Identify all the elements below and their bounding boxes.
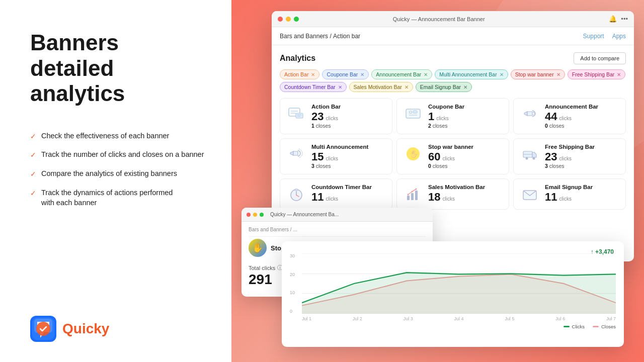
stop-war-avatar: ✋ — [249, 239, 267, 257]
apps-link[interactable]: Apps — [612, 33, 626, 40]
card-multi-announcement: Multi Announcement 15 clicks 3 closes — [280, 138, 392, 174]
card-icon — [286, 104, 306, 124]
legend-clicks: Clicks — [564, 324, 585, 329]
list-item: ✓ Track the number of clicks and closes … — [30, 149, 206, 160]
traffic-light-green[interactable] — [260, 213, 264, 217]
tag-close-icon[interactable]: ✕ — [338, 84, 342, 90]
tag-close-icon[interactable]: ✕ — [311, 72, 315, 77]
chart-grid: 30 20 10 0 — [290, 253, 616, 314]
svg-rect-14 — [413, 111, 417, 113]
svg-rect-15 — [527, 112, 532, 116]
svg-rect-29 — [415, 191, 418, 200]
card-data: Email Signup Bar 11 clicks — [545, 184, 619, 203]
card-icon — [403, 104, 423, 124]
svg-rect-27 — [407, 196, 410, 200]
check-icon: ✓ — [30, 150, 36, 160]
traffic-light-yellow[interactable] — [253, 213, 257, 217]
card-data: Stop war banner 60 clicks 0 closes — [428, 144, 503, 169]
svg-rect-11 — [406, 109, 420, 118]
left-panel: Banners detailed analytics ✓ Check the e… — [0, 0, 231, 362]
card-icon — [520, 104, 540, 124]
card-icon — [520, 184, 540, 204]
tag-action-bar[interactable]: Action Bar✕ — [280, 69, 319, 79]
card-data: Sales Motivation Bar 18 clicks — [428, 184, 503, 203]
tag-close-icon[interactable]: ✕ — [500, 72, 504, 77]
tag-countdown-timer[interactable]: Countdown Timer Bar✕ — [280, 82, 347, 92]
tag-free-shipping[interactable]: Free Shipping Bar✕ — [568, 69, 626, 79]
app-toolbar: Bars and Banners / Action bar Support Ap… — [272, 27, 634, 45]
small-window-titlebar: Quicky — Announcement Ba... — [242, 208, 433, 222]
card-icon — [286, 144, 306, 164]
tag-close-icon[interactable]: ✕ — [556, 72, 560, 77]
left-content: Banners detailed analytics ✓ Check the e… — [30, 30, 206, 208]
card-data: Action Bar 23 clicks 1 closes — [311, 104, 386, 129]
bell-icon: 🔔 — [609, 15, 617, 23]
chart-y-labels: 30 20 10 0 — [290, 253, 298, 314]
toolbar-links: Support Apps — [583, 33, 626, 40]
svg-point-31 — [412, 191, 413, 193]
tag-close-icon[interactable]: ✕ — [463, 84, 467, 90]
tag-close-icon[interactable]: ✕ — [360, 72, 364, 77]
card-icon — [286, 184, 306, 204]
legend-closes: Closes — [593, 324, 616, 329]
tag-close-icon[interactable]: ✕ — [424, 72, 428, 77]
check-icon: ✓ — [30, 169, 36, 179]
svg-point-4 — [36, 322, 50, 336]
more-icon[interactable]: ••• — [621, 15, 628, 23]
filter-tags: Action Bar✕ Coupone Bar✕ Announcement Ba… — [280, 69, 626, 92]
card-email-signup: Email Signup Bar 11 clicks — [513, 178, 626, 210]
card-data: Announcement Bar 44 clicks 0 closes — [545, 104, 619, 129]
analytics-title: Analytics — [280, 54, 315, 63]
add-compare-button[interactable]: Add to compare — [574, 52, 626, 64]
chart-window: ↑ +3,470 30 20 10 0 — [282, 241, 624, 347]
small-breadcrumb: Bars and Banners / ... — [249, 227, 426, 232]
analytics-header: Analytics Add to compare — [280, 52, 626, 64]
window-actions: 🔔 ••• — [609, 15, 628, 23]
logo-area: Quicky — [30, 316, 206, 342]
card-icon — [403, 184, 423, 204]
list-item: ✓ Check the effectiveness of each banner — [30, 131, 206, 142]
card-announcement-bar: Announcement Bar 44 clicks 0 closes — [513, 98, 626, 134]
card-data: Multi Announcement 15 clicks 3 closes — [311, 144, 386, 169]
tag-close-icon[interactable]: ✕ — [405, 84, 409, 90]
page-title: Banners detailed analytics — [30, 30, 206, 107]
check-icon: ✓ — [30, 132, 36, 142]
svg-rect-8 — [296, 113, 303, 118]
right-panel: Quicky — Announcement Bar Banner 🔔 ••• B… — [231, 0, 644, 362]
svg-point-32 — [416, 189, 417, 190]
card-icon — [520, 144, 540, 164]
card-action-bar: Action Bar 23 clicks 1 closes — [280, 98, 392, 134]
card-free-shipping: Free Shipping Bar 23 clicks 3 closes — [513, 138, 626, 174]
chart-svg-area — [302, 253, 616, 314]
svg-rect-28 — [411, 193, 414, 200]
tag-announcement-bar[interactable]: Announcement Bar✕ — [371, 69, 432, 79]
logo-text: Quicky — [62, 321, 109, 337]
card-sales-motivation: Sales Motivation Bar 18 clicks — [396, 178, 509, 210]
legend-dot-green — [564, 326, 570, 327]
tag-email-signup[interactable]: Email Signup Bar✕ — [416, 82, 472, 92]
svg-point-21 — [533, 157, 535, 160]
card-data: Coupone Bar 1 clicks 2 closes — [428, 104, 503, 129]
tag-sales-motivation[interactable]: Sales Motivation Bar✕ — [349, 82, 413, 92]
list-item: ✓ Compare the analytics of existing bann… — [30, 168, 206, 179]
svg-point-20 — [526, 157, 528, 160]
list-item: ✓ Track the dynamics of actions performe… — [30, 188, 206, 208]
card-stop-war: ✋ Stop war banner 60 clicks 0 closes — [396, 138, 509, 174]
chart-x-labels: Jul 1 Jul 2 Jul 3 Jul 4 Jul 5 Jul 6 Jul … — [290, 316, 616, 321]
traffic-light-red[interactable] — [247, 213, 251, 217]
tag-multi-announcement[interactable]: Multi Announcement Bar✕ — [435, 69, 508, 79]
quicky-logo-icon — [30, 316, 56, 342]
svg-point-30 — [408, 194, 409, 196]
chart-legend: Clicks Closes — [290, 324, 616, 329]
support-link[interactable]: Support — [583, 33, 604, 40]
card-coupone-bar: Coupone Bar 1 clicks 2 closes — [396, 98, 509, 134]
card-icon: ✋ — [403, 144, 423, 164]
card-data: Free Shipping Bar 23 clicks 3 closes — [545, 144, 619, 169]
analytics-grid: Action Bar 23 clicks 1 closes — [280, 98, 626, 210]
tag-close-icon[interactable]: ✕ — [617, 72, 621, 77]
tag-coupone-bar[interactable]: Coupone Bar✕ — [322, 69, 369, 79]
window-titlebar: Quicky — Announcement Bar Banner 🔔 ••• — [272, 11, 634, 27]
check-icon: ✓ — [30, 189, 36, 199]
tag-stop-war[interactable]: Stop war banner✕ — [511, 69, 565, 79]
small-window-title: Quicky — Announcement Ba... — [270, 212, 339, 217]
